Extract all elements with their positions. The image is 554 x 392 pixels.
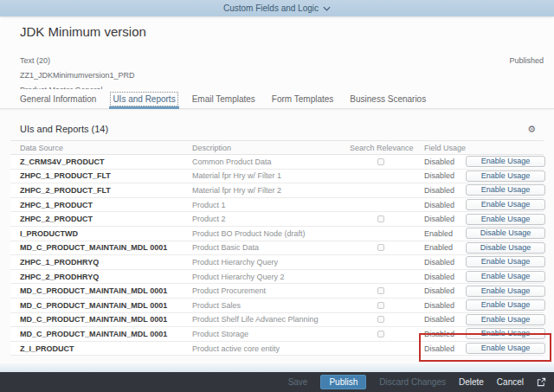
search-relevance-checkbox[interactable] (377, 316, 384, 323)
row-field-usage-status: Disabled (414, 344, 459, 353)
usage-toggle-button[interactable]: Enable Usage (466, 314, 545, 325)
row-data-source: MD_C_PRODUCT_MAINTAIN_MDL 0001 (10, 330, 192, 338)
usage-toggle-button[interactable]: Enable Usage (466, 214, 545, 225)
discard-changes-button: Discard Changes (379, 377, 446, 387)
row-description: Product Storage (192, 330, 348, 338)
row-data-source: MD_C_PRODUCT_MAINTAIN_MDL 0001 (10, 286, 192, 295)
tab-uis-and-reports[interactable]: UIs and Reports (113, 89, 175, 108)
row-field-usage-action-cell: Enable Usage (459, 328, 545, 339)
table-row: ZHPC_2_PRODUCT_FLT Material fpr Hry w/ F… (10, 183, 544, 198)
row-field-usage-status: Disabled (414, 286, 459, 295)
row-search-relevance-cell (348, 331, 414, 337)
footer-bar: Save Publish Discard Changes Delete Canc… (0, 372, 554, 392)
usage-toggle-button[interactable]: Disable Usage (466, 228, 545, 239)
row-field-usage-action-cell: Enable Usage (459, 156, 545, 167)
row-data-source: MD_C_PRODUCT_MAINTAIN_MDL 0001 (10, 301, 192, 310)
row-search-relevance-cell (348, 316, 414, 323)
field-type-label: Text (20) (20, 56, 50, 65)
row-data-source: Z_I_PRODUCT (10, 344, 192, 353)
tab-form-templates[interactable]: Form Templates (272, 89, 334, 108)
tab-general-information[interactable]: General Information (20, 89, 96, 108)
publish-button[interactable]: Publish (320, 375, 366, 389)
row-field-usage-status: Disabled (414, 301, 459, 310)
row-description: Product Hierarchy Query (192, 258, 348, 267)
search-relevance-checkbox[interactable] (377, 331, 384, 337)
row-field-usage-action-cell: Enable Usage (459, 286, 545, 297)
search-relevance-checkbox[interactable] (377, 158, 384, 165)
row-description: Product active core entity (192, 344, 348, 353)
table-body: Z_CRMS4V_PRODUCT Common Product Data Dis… (10, 155, 544, 356)
table-header-row: Data Source Description Search Relevance… (10, 140, 544, 155)
usage-toggle-button[interactable]: Enable Usage (466, 170, 545, 182)
table-row: ZHPC_2_PRODHRYQ Product Hierarchy Query … (10, 270, 544, 285)
row-description: Common Product Data (192, 157, 348, 166)
row-search-relevance-cell (348, 287, 414, 294)
settings-icon[interactable]: ⚙ (527, 125, 536, 134)
search-relevance-checkbox[interactable] (377, 287, 384, 294)
row-field-usage-action-cell: Enable Usage (459, 314, 545, 325)
row-search-relevance-cell (348, 244, 414, 251)
table-row: MD_C_PRODUCT_MAINTAIN_MDL 0001 Product S… (10, 327, 544, 342)
usage-toggle-button[interactable]: Enable Usage (466, 343, 545, 354)
row-field-usage-action-cell: Enable Usage (459, 170, 545, 182)
table-row: I_PRODUCTWD Product BO Product Node (dra… (10, 227, 544, 241)
row-field-usage-action-cell: Enable Usage (459, 199, 545, 210)
cancel-button[interactable]: Cancel (497, 377, 524, 387)
row-data-source: MD_C_PRODUCT_MAINTAIN_MDL 0001 (10, 243, 192, 252)
chevron-down-icon (323, 3, 331, 13)
row-data-source: MD_C_PRODUCT_MAINTAIN_MDL 0001 (10, 315, 192, 324)
content-area: UIs and Reports (14) ⚙ Data Source Descr… (0, 109, 554, 372)
row-field-usage-status: Disabled (414, 273, 459, 281)
row-description: Product 1 (192, 201, 348, 209)
usage-toggle-button[interactable]: Disable Usage (466, 242, 545, 254)
search-relevance-checkbox[interactable] (377, 302, 384, 309)
row-description: Product Basic Data (192, 243, 348, 252)
row-field-usage-status: Disabled (414, 157, 459, 166)
usage-toggle-button[interactable]: Enable Usage (466, 299, 545, 311)
row-field-usage-action-cell: Enable Usage (459, 343, 545, 354)
row-field-usage-action-cell: Enable Usage (459, 299, 545, 311)
uis-and-reports-table: Data Source Description Search Relevance… (10, 140, 544, 356)
table-row: Z_CRMS4V_PRODUCT Common Product Data Dis… (10, 155, 544, 170)
row-description: Product 2 (192, 215, 348, 223)
row-field-usage-status: Disabled (414, 171, 459, 180)
usage-toggle-button[interactable]: Enable Usage (466, 184, 545, 196)
page-title: JDK Minimum version (20, 24, 534, 39)
row-data-source: ZHPC_1_PRODUCT_FLT (10, 171, 192, 180)
open-in-new-window-icon[interactable] (537, 377, 546, 387)
row-description: Material fpr Hry w/ Filter 2 (192, 186, 348, 195)
row-field-usage-action-cell: Enable Usage (459, 214, 545, 225)
row-field-usage-status: Disabled (414, 330, 459, 338)
search-relevance-checkbox[interactable] (377, 244, 384, 251)
tab-email-templates[interactable]: Email Templates (192, 89, 255, 108)
table-row: MD_C_PRODUCT_MAINTAIN_MDL 0001 Product S… (10, 313, 544, 328)
object-header: JDK Minimum version Text (20) Published … (0, 16, 554, 89)
tab-business-scenarios[interactable]: Business Scenarios (350, 89, 426, 108)
app-switcher[interactable]: Custom Fields and Logic (0, 0, 554, 16)
table-row: MD_C_PRODUCT_MAINTAIN_MDL 0001 Product P… (10, 284, 544, 299)
table-row: ZHPC_1_PRODHRYQ Product Hierarchy Query … (10, 255, 544, 270)
content-bottom-strip (0, 363, 554, 372)
table-row: ZHPC_2_PRODUCT Product 2 Disabled Enable… (10, 212, 544, 227)
delete-button[interactable]: Delete (459, 377, 484, 387)
app-switcher-title: Custom Fields and Logic (223, 3, 319, 13)
usage-toggle-button[interactable]: Enable Usage (466, 256, 545, 267)
row-description: Product Hierarchy Query 2 (192, 273, 348, 281)
usage-toggle-button[interactable]: Enable Usage (466, 199, 545, 210)
row-field-usage-status: Enabled (414, 229, 459, 238)
row-search-relevance-cell (348, 158, 414, 165)
usage-toggle-button[interactable]: Enable Usage (466, 328, 545, 339)
status-badge: Published (509, 56, 544, 65)
usage-toggle-button[interactable]: Enable Usage (466, 271, 545, 282)
usage-toggle-button[interactable]: Enable Usage (466, 156, 545, 167)
search-relevance-checkbox[interactable] (377, 215, 384, 222)
technical-name-label: ZZ1_JDKMinimumversion1_PRD (20, 71, 135, 80)
save-button: Save (288, 377, 308, 387)
row-description: Material fpr Hry w/ Filter 1 (192, 171, 348, 180)
row-field-usage-action-cell: Disable Usage (459, 242, 545, 254)
usage-toggle-button[interactable]: Enable Usage (466, 286, 545, 297)
row-data-source: ZHPC_1_PRODUCT (10, 201, 192, 209)
row-data-source: ZHPC_2_PRODUCT_FLT (10, 186, 192, 195)
column-header-data-source: Data Source (10, 144, 192, 152)
row-field-usage-action-cell: Enable Usage (459, 184, 545, 196)
